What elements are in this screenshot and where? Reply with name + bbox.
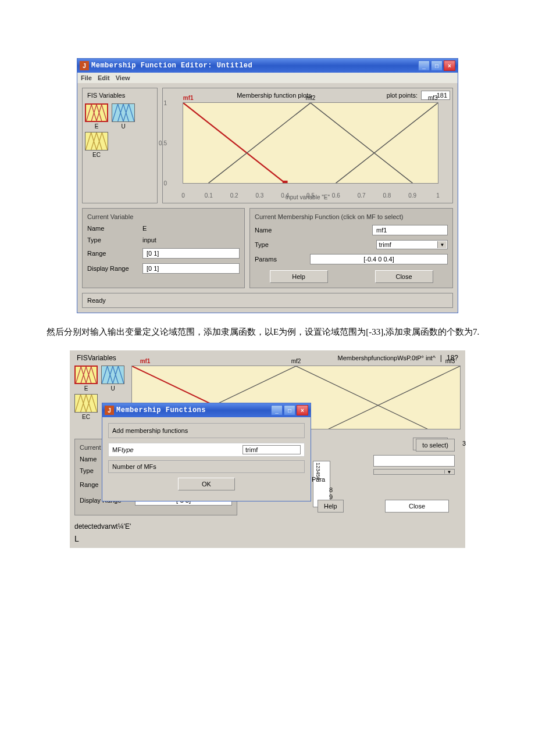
mf2-label: mf2	[306, 95, 316, 101]
img2-var-e[interactable]	[74, 366, 98, 384]
plot-svg	[183, 103, 438, 183]
plot-panel: Membership function plots plot points: m…	[162, 88, 453, 203]
titlebar[interactable]: J Membership Function Editor: Untitled _…	[77, 59, 458, 73]
mftype-select[interactable]: trimf	[242, 445, 301, 454]
img2-var-ec[interactable]	[74, 394, 98, 413]
maximize-button[interactable]: □	[431, 60, 443, 71]
var-u-label: U	[112, 123, 135, 130]
fis-var-ec[interactable]	[85, 132, 108, 151]
cv-range-input[interactable]	[142, 248, 240, 259]
cmf-title: Current Membership Function (click on MF…	[255, 213, 448, 220]
dialog-minimize-button[interactable]: _	[271, 405, 283, 415]
menu-view[interactable]: View	[116, 74, 130, 81]
fis-var-u[interactable]	[112, 103, 135, 122]
dialog-app-icon: J	[105, 406, 114, 415]
img2-fis-title: FISVariables	[77, 354, 116, 362]
num-mfs-label: Number of MFs	[112, 463, 182, 470]
dialog-maximize-button[interactable]: □	[284, 405, 295, 415]
img2-var-u[interactable]	[101, 366, 124, 384]
current-mf-panel: Current Membership Function (click on MF…	[249, 208, 453, 288]
window-controls: _ □ ×	[418, 60, 455, 71]
app-icon: J	[80, 61, 89, 70]
cv-title: Current Variable	[87, 213, 240, 220]
mf-editor-window: J Membership Function Editor: Untitled _…	[77, 58, 458, 313]
mftype-label: MFtype	[112, 446, 167, 453]
minimize-button[interactable]: _	[418, 60, 430, 71]
help-button[interactable]: Help	[270, 270, 328, 283]
var-ec-label: EC	[85, 152, 108, 158]
dialog-section-label: Add membership functions	[108, 423, 305, 438]
cmf-name-label: Name	[255, 227, 310, 234]
svg-rect-0	[283, 181, 288, 183]
ok-button[interactable]: OK	[178, 478, 235, 490]
plot-axes[interactable]: mf1 mf2 mf3 0 0.5 1	[183, 102, 438, 184]
plot-points-label: plot points:	[387, 92, 418, 99]
second-screenshot: FISVariables MembershpfunctionpWsP.0tP° …	[70, 350, 465, 548]
menu-file[interactable]: File	[81, 74, 92, 81]
dialog-title: Membership Functions	[116, 406, 271, 414]
chevron-down-icon: ▼	[444, 470, 454, 474]
mf3-label: mf3	[428, 95, 438, 101]
dialog-titlebar[interactable]: J Membership Functions _ □ ×	[102, 403, 311, 417]
detected-text: detectedvarwt¼'E'	[70, 520, 465, 533]
fis-variables-panel: FIS Variables E U	[82, 88, 158, 203]
img2-type-select[interactable]: ▼	[373, 469, 455, 475]
img2-close-button[interactable]: Close	[385, 500, 449, 513]
status-bar: Ready	[82, 293, 453, 308]
to-select-text: to select)	[416, 439, 455, 452]
img2-header-right: MembershpfunctionpWsP.0tP° int^	[338, 354, 436, 361]
chevron-down-icon: ▼	[437, 241, 447, 248]
window-title: Membership Function Editor: Untitled	[91, 62, 418, 70]
img2-help-button[interactable]: Help	[318, 500, 344, 513]
menu-edit[interactable]: Edit	[98, 74, 110, 81]
cmf-type-select[interactable]: trimf ▼	[376, 240, 448, 249]
cv-name-label: Name	[87, 225, 142, 232]
current-variable-panel: Current Variable Name E Type input Range…	[82, 208, 245, 288]
cv-range-label: Range	[87, 250, 142, 257]
dialog-close-button[interactable]: ×	[297, 405, 308, 415]
cmf-name-input[interactable]	[372, 225, 448, 235]
cmf-type-label: Type	[255, 241, 310, 248]
var-e-label: E	[85, 123, 108, 130]
body-paragraph: 然后分别对输入输出变量定义论域范围，添加隶属函数，以E为例，设置论域范围为[-3…	[47, 325, 488, 339]
main-area: FIS Variables E U	[77, 83, 458, 313]
fis-title: FIS Variables	[85, 92, 155, 99]
mf1-label: mf1	[183, 95, 194, 101]
close-button[interactable]: ×	[444, 60, 455, 71]
plot-title-label: Membership function plots	[165, 92, 383, 99]
img2-name-input[interactable]	[373, 455, 455, 467]
menubar: File Edit View	[77, 73, 458, 83]
cmf-params-input[interactable]	[310, 254, 448, 264]
cv-type-label: Type	[87, 237, 142, 243]
cv-name-value: E	[142, 225, 240, 232]
add-mf-dialog: J Membership Functions _ □ × Add members…	[102, 403, 311, 501]
cmf-params-label: Params	[255, 256, 310, 263]
cv-drange-label: Display Range	[87, 265, 142, 272]
fis-var-e[interactable]	[85, 103, 108, 122]
close-button-panel[interactable]: Close	[375, 270, 433, 283]
cv-type-value: input	[142, 237, 240, 243]
cv-drange-input[interactable]	[142, 263, 240, 274]
